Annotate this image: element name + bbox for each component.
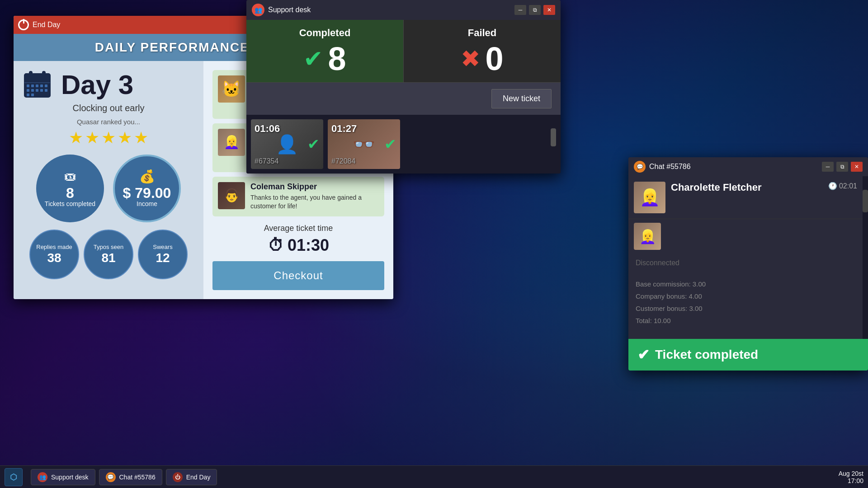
ticket-time-1: 01:06 [255,123,280,135]
ticket-check-2: ✔ [384,136,396,153]
svg-rect-13 [40,89,43,92]
failed-label: Failed [413,27,552,39]
tickets-list: 👤 01:06 #67354 ✔ 👓 01:27 #72084 ✔ [246,115,561,174]
support-restore-button[interactable]: ⧉ [529,5,541,15]
taskbar-clock: 17:00 [839,477,863,484]
new-ticket-button[interactable]: New ticket [491,89,552,108]
taskbar-logo: ⬡ [5,468,23,486]
chat-close-button[interactable]: ✕ [851,162,863,172]
reviewer-avatar-1: 🐱 [218,75,245,103]
chat-minimize-button[interactable]: ─ [822,162,834,172]
taskbar-endday-label: End Day [186,474,211,481]
svg-rect-9 [45,84,47,87]
chat-username: Charolette Fletcher [671,182,823,193]
svg-rect-8 [40,84,43,87]
taskbar: ⬡ 👥 Support desk 💬 Chat #55786 ⏻ End Day… [0,465,868,488]
day-number: Day 3 [61,71,133,99]
reviewer-name-3: Coleman Skipper [250,182,379,192]
replies-label: Replies made [36,244,72,251]
chat-scrollbar[interactable] [863,176,868,339]
taskbar-chat-label: Chat #55786 [119,474,156,481]
taskbar-date: Aug 20st [839,470,863,477]
ticket-completed-bar: ✔ Ticket completed [628,339,868,371]
clock-icon: 🕐 [828,182,837,190]
disconnected-status: Disconnected [628,253,863,272]
rating-label: Quasar ranked you... [23,118,194,126]
support-close-button[interactable]: ✕ [543,5,555,15]
chat-user-info: Charolette Fletcher [671,182,823,196]
swears-label: Swears [153,244,172,251]
svg-rect-6 [31,84,34,87]
chat-second-avatar: 👱‍♀️ [634,223,661,250]
clock-out-text: Clocking out early [23,103,194,113]
taskbar-chat[interactable]: 💬 Chat #55786 [99,469,162,485]
checkout-button[interactable]: Checkout [212,261,384,290]
swears-value: 12 [156,251,170,265]
ticket-card-1[interactable]: 👤 01:06 #67354 ✔ [251,119,323,169]
swears-circle: Swears 12 [138,230,188,279]
chat-title: Chat #55786 [649,163,691,171]
failed-count: 0 [485,42,503,75]
ticket-card-2[interactable]: 👓 01:27 #72084 ✔ [328,119,400,169]
chat-user-avatar: 👱‍♀️ [634,182,665,213]
review-content-3: Coleman Skipper Thanks to the agent, you… [250,182,379,211]
taskbar-end-day[interactable]: ⏻ End Day [166,469,217,485]
support-titlebar: 👥 Support desk ─ ⧉ ✕ [246,0,561,20]
support-title: Support desk [268,6,311,14]
income-label: Income [137,200,157,208]
svg-rect-14 [45,89,47,92]
total-commission: Total: 10.00 [636,314,855,327]
svg-rect-3 [42,71,46,78]
review-text-3: Thanks to the agent, you have gained a c… [250,193,379,211]
rating-section: Quasar ranked you... ★ ★ ★ ★ ★ [23,118,194,147]
avg-ticket-section: Average ticket time ⏱ 01:30 [212,224,384,255]
reviewer-avatar-2: 👱‍♀️ [218,129,245,156]
completed-label: Completed [255,27,394,39]
income-circle: 💰 $ 79.00 Income [113,155,181,222]
avg-ticket-label: Average ticket time [212,224,384,233]
avg-ticket-time: ⏱ 01:30 [212,236,384,255]
ticket-completed-text: Ticket completed [655,347,758,362]
company-bonus: Company bonus: 4.00 [636,290,855,302]
tickets-circle: 🎟 8 Tickets completed [36,155,104,222]
replies-value: 38 [47,251,61,265]
reviewer-avatar-3: 👨 [218,182,245,209]
income-number: $ 79.00 [123,186,171,200]
taskbar-support-icon: 👥 [38,472,47,482]
taskbar-endday-icon: ⏻ [173,472,183,482]
typos-label: Typos seen [94,244,124,251]
svg-rect-12 [36,89,38,92]
support-minimize-button[interactable]: ─ [514,5,526,15]
stars: ★ ★ ★ ★ ★ [23,128,194,147]
chat-commissions: Base commission: 3.00 Company bonus: 4.0… [628,272,863,332]
svg-rect-15 [27,94,29,96]
ticket-check-1: ✔ [307,136,320,153]
taskbar-support-desk[interactable]: 👥 Support desk [31,469,95,485]
scroll-thumb [551,128,556,146]
svg-rect-7 [36,84,38,87]
ticket-id-2: #72084 [331,157,355,165]
star-5: ★ [134,128,148,147]
scroll-bar[interactable] [551,119,556,169]
completed-col: Completed ✔ 8 [246,20,404,82]
star-1: ★ [69,128,83,147]
taskbar-chat-icon: 💬 [106,472,116,482]
support-desk-window: 👥 Support desk ─ ⧉ ✕ Completed ✔ 8 Faile… [246,0,561,174]
star-2: ★ [85,128,99,147]
svg-rect-5 [27,84,29,87]
report-left-panel: Day 3 Clocking out early Quasar ranked y… [14,61,203,299]
new-ticket-bar: New ticket [246,82,561,115]
chat-restore-button[interactable]: ⧉ [836,162,848,172]
completed-count: 8 [328,42,346,75]
taskbar-support-label: Support desk [51,474,89,481]
ticket-time-2: 01:27 [331,123,357,135]
tickets-icon: 🎟 [64,169,76,184]
chat-time: 🕐 02:01 [828,182,857,190]
chat-main: 👱‍♀️ Charolette Fletcher 🕐 02:01 👱‍♀️ Di… [628,176,868,339]
star-4: ★ [118,128,132,147]
failed-col: Failed ✖ 0 [404,20,561,82]
support-icon: 👥 [252,4,264,16]
clock-icon: ⏱ [268,236,284,255]
chat-scroll-thumb [863,190,868,212]
typos-value: 81 [101,251,115,265]
